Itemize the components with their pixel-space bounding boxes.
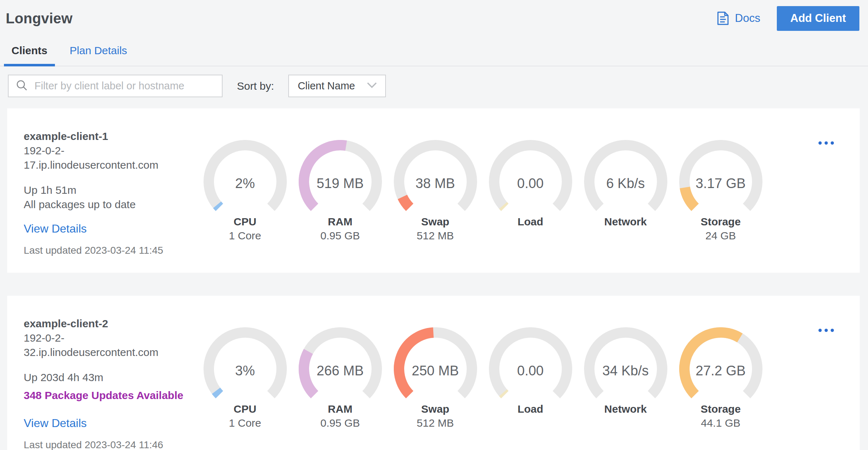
- ellipsis-menu-icon[interactable]: [816, 139, 836, 147]
- client-packages-status: 348 Package Updates Available: [24, 388, 197, 403]
- client-packages-status: All packages up to date: [24, 197, 197, 212]
- client-card: example-client-1 192-0-2-17.ip.linodeuse…: [7, 108, 860, 273]
- metric-gauge: 266 MB RAM 0.95 GB: [293, 296, 388, 450]
- search-icon: [16, 79, 28, 93]
- gauge-capacity-label: 1 Core: [197, 416, 293, 430]
- gauge-capacity-label: 512 MB: [388, 229, 483, 243]
- gauge-value: 38 MB: [388, 140, 483, 223]
- gauge-value: 34 Kb/s: [578, 327, 673, 411]
- gauge-row: 3% CPU 1 Core 266 MB RAM 0.95 GB 250 MB …: [197, 296, 860, 450]
- search-input[interactable]: [34, 75, 222, 97]
- docs-link-label: Docs: [735, 12, 760, 25]
- sort-select[interactable]: Client Name: [288, 75, 386, 97]
- client-list: example-client-1 192-0-2-17.ip.linodeuse…: [0, 108, 868, 450]
- gauge-value: 0.00: [483, 140, 578, 223]
- metric-gauge: 250 MB Swap 512 MB: [388, 296, 483, 450]
- metric-gauge: 34 Kb/s Network: [578, 296, 673, 450]
- docs-icon: [716, 11, 730, 26]
- metric-gauge: 519 MB RAM 0.95 GB: [293, 108, 388, 273]
- tabs: Clients Plan Details: [0, 39, 868, 66]
- metric-gauge: 3% CPU 1 Core: [197, 296, 293, 450]
- sort-by-label: Sort by:: [237, 80, 274, 92]
- gauge-capacity-label: 512 MB: [388, 416, 483, 430]
- tab-clients[interactable]: Clients: [4, 39, 55, 66]
- filter-row: Sort by: Client Name: [8, 75, 868, 97]
- view-details-link[interactable]: View Details: [24, 221, 87, 236]
- page-header: Longview Docs Add Client: [0, 0, 868, 27]
- client-name: example-client-1: [24, 129, 197, 144]
- client-info: example-client-2 192-0-2-32.ip.linodeuse…: [7, 296, 197, 450]
- client-name: example-client-2: [24, 317, 197, 331]
- longview-page: Longview Docs Add Client Clients Plan De…: [0, 0, 868, 450]
- sort-select-value: Client Name: [298, 80, 355, 92]
- gauge-value: 519 MB: [293, 140, 388, 223]
- metric-gauge: 3.17 GB Storage 24 GB: [673, 108, 768, 273]
- gauge-capacity-label: 44.1 GB: [673, 416, 768, 430]
- gauge-capacity-label: 24 GB: [673, 229, 768, 243]
- page-title: Longview: [6, 10, 73, 27]
- view-details-link[interactable]: View Details: [24, 416, 87, 431]
- search-box: [8, 75, 223, 97]
- gauge-value: 2%: [197, 140, 293, 223]
- metric-gauge: 2% CPU 1 Core: [197, 108, 293, 273]
- metric-gauge: 6 Kb/s Network: [578, 108, 673, 273]
- client-last-updated: Last updated 2023-03-24 11:45: [24, 244, 197, 257]
- client-hostname: 192-0-2-17.ip.linodeusercontent.com: [24, 144, 197, 172]
- tab-plan-details[interactable]: Plan Details: [62, 39, 135, 66]
- client-uptime: Up 1h 51m: [24, 183, 197, 197]
- gauge-capacity-label: 0.95 GB: [293, 229, 388, 243]
- metric-gauge: 27.2 GB Storage 44.1 GB: [673, 296, 768, 450]
- metric-gauge: 38 MB Swap 512 MB: [388, 108, 483, 273]
- docs-link[interactable]: Docs: [716, 11, 760, 26]
- client-info: example-client-1 192-0-2-17.ip.linodeuse…: [7, 108, 197, 273]
- client-last-updated: Last updated 2023-03-24 11:46: [24, 439, 197, 450]
- gauge-capacity-label: 0.95 GB: [293, 416, 388, 430]
- chevron-down-icon: [367, 82, 377, 90]
- gauge-capacity-label: 1 Core: [197, 229, 293, 243]
- add-client-button[interactable]: Add Client: [777, 6, 859, 31]
- gauge-value: 0.00: [483, 327, 578, 411]
- metric-gauge: 0.00 Load: [483, 296, 578, 450]
- gauge-value: 27.2 GB: [673, 327, 768, 411]
- gauge-value: 3%: [197, 327, 293, 411]
- client-card: example-client-2 192-0-2-32.ip.linodeuse…: [7, 296, 860, 450]
- gauge-value: 3.17 GB: [673, 140, 768, 223]
- client-uptime: Up 203d 4h 43m: [24, 370, 197, 385]
- ellipsis-menu-icon[interactable]: [816, 327, 836, 334]
- gauge-row: 2% CPU 1 Core 519 MB RAM 0.95 GB 38 MB S…: [197, 108, 860, 273]
- gauge-value: 266 MB: [293, 327, 388, 411]
- gauge-value: 6 Kb/s: [578, 140, 673, 223]
- metric-gauge: 0.00 Load: [483, 108, 578, 273]
- client-hostname: 192-0-2-32.ip.linodeusercontent.com: [24, 331, 197, 360]
- gauge-value: 250 MB: [388, 327, 483, 411]
